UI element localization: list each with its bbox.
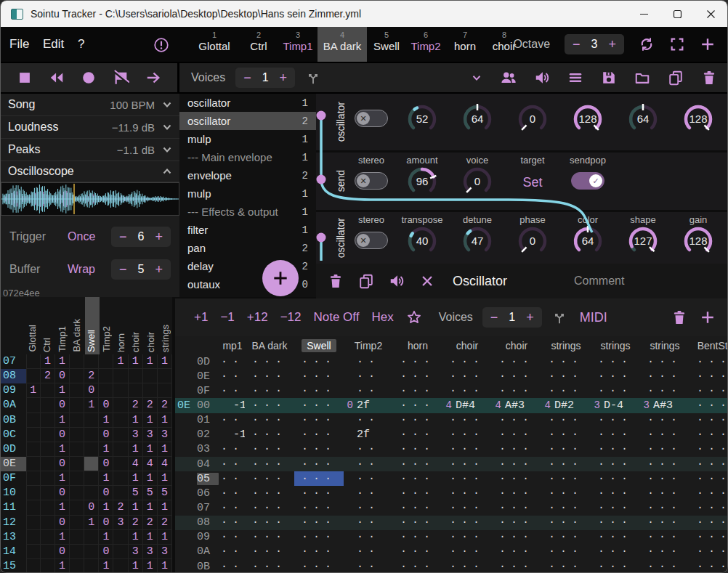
order-cell[interactable]: 2 [113, 500, 128, 515]
pattern-cell[interactable]: ··· [442, 442, 492, 457]
order-cell[interactable] [41, 442, 55, 457]
voice-split-icon[interactable] [305, 70, 321, 86]
pattern-cell[interactable]: ··· [689, 486, 728, 500]
tab-instrument-ctrl[interactable]: 2Ctrl [239, 27, 278, 62]
pattern-cell[interactable]: ··· [541, 486, 591, 500]
order-cell[interactable] [70, 369, 84, 383]
order-cell[interactable] [113, 471, 128, 486]
pattern-cell[interactable]: ·· [220, 413, 245, 428]
order-cell[interactable]: 1 [99, 471, 113, 486]
peaks-row[interactable]: Peaks −1.1 dB [1, 139, 179, 161]
pattern-cell[interactable]: ··· [541, 516, 591, 530]
menu-help[interactable]: ? [78, 27, 84, 62]
pattern-cell[interactable]: ··· [245, 486, 294, 500]
pattern-cell[interactable]: ··· [442, 383, 492, 398]
pattern-cell[interactable]: ··· [541, 354, 591, 369]
pattern-cell[interactable]: ··· [245, 471, 294, 486]
order-cell[interactable] [26, 486, 41, 500]
pattern-cell[interactable]: ··· [689, 428, 728, 442]
order-cell[interactable] [84, 354, 99, 369]
loop-icon[interactable] [639, 36, 655, 52]
order-cell[interactable] [113, 369, 128, 383]
order-cell[interactable]: 1 [55, 354, 70, 369]
pattern-cell[interactable]: ··· [541, 471, 591, 486]
order-cell[interactable] [143, 383, 158, 398]
pattern-cell[interactable]: ··· [393, 500, 442, 515]
copy-icon[interactable] [668, 70, 684, 86]
add-unit-button[interactable] [262, 260, 299, 296]
pattern-cell[interactable]: ··· [294, 545, 344, 559]
order-cell[interactable]: 0 [55, 428, 70, 442]
pattern-cell[interactable]: ·· [220, 516, 245, 530]
order-cell[interactable]: 1 [129, 354, 143, 369]
track-voices-minus-button[interactable]: − [490, 311, 498, 324]
unit-list-item-envelope[interactable]: envelope2 [179, 166, 316, 184]
delete-unit-icon[interactable] [328, 273, 344, 289]
copy-unit-icon[interactable] [358, 273, 374, 289]
order-cell[interactable]: 1 [143, 530, 158, 545]
order-cell[interactable]: 4 [143, 457, 158, 471]
pattern-cell[interactable]: ··· [591, 413, 640, 428]
pattern-cell[interactable]: ··· [245, 354, 294, 369]
pattern-cell[interactable]: ··· [591, 486, 640, 500]
tab-instrument-timp2[interactable]: 6Timp2 [406, 27, 445, 62]
order-cell[interactable] [70, 530, 84, 545]
pattern-toolbar-button-12[interactable]: +12 [247, 310, 268, 325]
unit-list-item-mulp[interactable]: mulp1 [179, 184, 316, 203]
pattern-cell[interactable]: ·· [220, 457, 245, 471]
pattern-cell[interactable]: ··· [689, 516, 728, 530]
pattern-cell[interactable]: ··· [442, 486, 492, 500]
track-header-mp1[interactable]: mp1 [220, 340, 245, 351]
order-cell[interactable]: 1 [99, 442, 113, 457]
trigger-minus-button[interactable]: − [119, 230, 127, 243]
pattern-cell[interactable]: ··· [689, 457, 728, 471]
oscilloscope-row[interactable]: Oscilloscope [1, 161, 179, 182]
pattern-cell[interactable]: ··· [294, 442, 344, 457]
order-cell[interactable] [84, 471, 99, 486]
order-cell[interactable]: 1 [158, 559, 172, 573]
pattern-cell[interactable]: ··· [393, 354, 442, 369]
order-cell[interactable] [113, 457, 128, 471]
pattern-cell[interactable]: ··· [640, 500, 689, 515]
order-cell[interactable]: 3 [113, 516, 128, 530]
tab-instrument-ba-dark[interactable]: 4BA dark [318, 27, 367, 62]
order-column-header-timp2[interactable]: Timp2 [101, 326, 112, 352]
order-cell[interactable] [26, 457, 41, 471]
song-menu-icon[interactable] [567, 70, 583, 86]
order-cell[interactable] [41, 428, 55, 442]
order-cell[interactable]: 1 [99, 413, 113, 428]
rewind-button[interactable] [49, 70, 65, 86]
order-cell[interactable] [70, 471, 84, 486]
order-cell[interactable]: 3 [143, 428, 158, 442]
order-cell[interactable] [113, 428, 128, 442]
buffer-plus-button[interactable]: + [155, 263, 163, 276]
pattern-cell[interactable]: ··· [591, 559, 640, 573]
pattern-cell[interactable]: ··· [492, 428, 541, 442]
stop-button[interactable] [17, 70, 33, 86]
pattern-cell[interactable]: ··· [591, 545, 640, 559]
order-cell[interactable]: 3 [143, 545, 158, 559]
order-cell[interactable] [143, 369, 158, 383]
delete-track-icon[interactable] [671, 309, 687, 325]
pattern-cell[interactable]: ··· [591, 516, 640, 530]
pattern-cell[interactable]: ··· [591, 471, 640, 486]
pattern-cell[interactable]: ··· [442, 559, 492, 573]
order-cell[interactable] [41, 545, 55, 559]
pattern-cell[interactable]: 3A#3 [640, 398, 689, 413]
save-icon[interactable] [601, 70, 617, 86]
tab-instrument-timp1[interactable]: 3Timp1 [278, 27, 318, 62]
pattern-cell[interactable]: -1 [220, 428, 245, 442]
track-header-ba-dark[interactable]: BA dark [245, 340, 294, 351]
knob-param[interactable]: 128 [571, 102, 604, 136]
order-cell[interactable]: 1 [113, 354, 128, 369]
pattern-cell[interactable]: ··· [492, 383, 541, 398]
pattern-cell[interactable]: ··· [492, 369, 541, 383]
order-cell[interactable] [99, 354, 113, 369]
pattern-cell[interactable]: 4A#3 [492, 398, 541, 413]
pattern-cell[interactable]: ··· [245, 369, 294, 383]
minimize-button[interactable] [627, 1, 660, 27]
order-cell[interactable]: 0 [55, 369, 70, 383]
unit-comment-input[interactable]: Comment [574, 275, 624, 288]
pattern-cell[interactable]: ··· [245, 383, 294, 398]
pattern-cell[interactable]: ··· [591, 369, 640, 383]
